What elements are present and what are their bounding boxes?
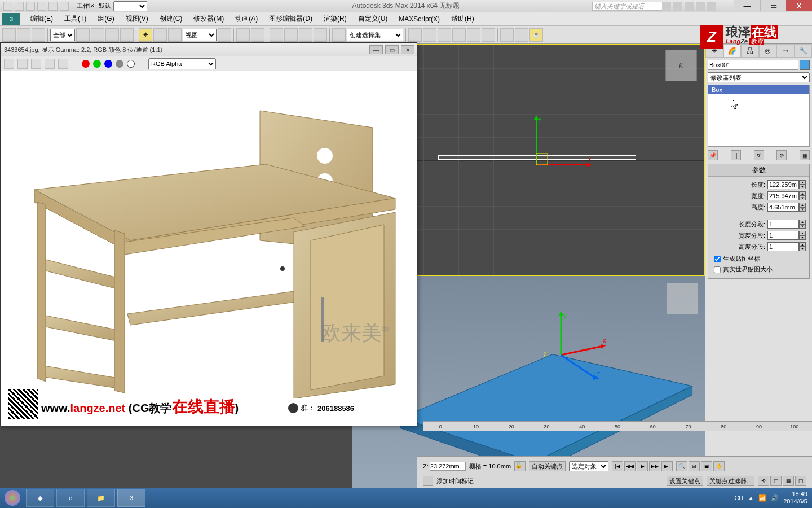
qat-new-icon[interactable] — [3, 2, 12, 11]
qat-open-icon[interactable] — [15, 2, 24, 11]
next-frame-icon[interactable]: ▶▶ — [649, 461, 660, 471]
viewcube-front[interactable]: 前 — [665, 50, 697, 81]
keymode-dropdown[interactable]: 选定对象 — [569, 461, 608, 471]
rfw-close-button[interactable]: ✕ — [401, 45, 414, 54]
spinner-down-icon[interactable]: ▼ — [799, 185, 806, 189]
menu-modifiers[interactable]: 修改器(M) — [188, 13, 230, 25]
script-icon[interactable] — [423, 476, 433, 486]
manip-icon[interactable] — [236, 28, 250, 42]
modifier-stack[interactable]: Box — [708, 85, 810, 147]
menu-animation[interactable]: 动画(A) — [230, 13, 263, 25]
menu-tools[interactable]: 工具(T) — [59, 13, 92, 25]
tray-network-icon[interactable]: 📶 — [758, 494, 766, 502]
rfw-maximize-button[interactable]: ▭ — [385, 45, 399, 54]
lseg-input[interactable] — [767, 220, 799, 229]
object-name-input[interactable] — [708, 60, 798, 70]
star-icon[interactable] — [673, 2, 682, 11]
exchange-icon[interactable] — [696, 2, 705, 11]
workspace-dropdown[interactable] — [113, 1, 147, 11]
pin-stack-icon[interactable]: 📌 — [708, 150, 718, 160]
app-menu-button[interactable]: 3 — [2, 13, 20, 25]
material-editor-icon[interactable] — [482, 28, 495, 42]
layer-icon[interactable] — [438, 28, 451, 42]
mirror-icon[interactable] — [408, 28, 422, 42]
gen-uv-checkbox[interactable] — [714, 256, 721, 262]
link-icon[interactable] — [2, 28, 16, 42]
make-unique-icon[interactable]: ∀ — [754, 150, 764, 160]
green-channel-icon[interactable] — [93, 60, 101, 68]
rfw-print-icon[interactable] — [45, 59, 55, 69]
nav-zoomall-icon[interactable]: ⊞ — [689, 461, 700, 471]
hseg-input[interactable] — [767, 242, 799, 251]
params-rollout-header[interactable]: 参数 — [708, 164, 809, 177]
qat-redo-icon[interactable] — [48, 2, 58, 11]
minimize-button[interactable]: — — [734, 0, 760, 11]
select-icon[interactable] — [76, 28, 90, 42]
setkey-button[interactable]: 设置关键点 — [667, 476, 703, 486]
taskbar-ie-icon[interactable]: e — [56, 489, 85, 507]
select-region-icon[interactable] — [105, 28, 119, 42]
bind-icon[interactable] — [32, 28, 45, 42]
percent-snap-icon[interactable] — [299, 28, 312, 42]
binoculars-icon[interactable] — [662, 2, 671, 11]
autokey-button[interactable]: 自动关键点 — [529, 461, 566, 471]
angle-snap-icon[interactable] — [284, 28, 298, 42]
maximize-button[interactable]: ▭ — [760, 0, 786, 11]
selection-filter-dropdown[interactable]: 全部 — [50, 29, 75, 41]
goto-start-icon[interactable]: |◀ — [612, 461, 623, 471]
rfw-copy-icon[interactable] — [17, 59, 28, 69]
blue-channel-icon[interactable] — [104, 60, 112, 68]
length-input[interactable] — [767, 180, 799, 189]
named-sel-icon[interactable] — [332, 28, 346, 42]
lock-icon[interactable]: 🔒 — [514, 461, 526, 471]
qat-save-icon[interactable] — [26, 2, 35, 11]
close-button[interactable]: X — [786, 0, 812, 11]
curve-editor-icon[interactable] — [452, 28, 466, 42]
nav-maximize-icon[interactable]: ◱ — [770, 476, 782, 486]
window-crossing-icon[interactable] — [120, 28, 134, 42]
ref-coord-dropdown[interactable]: 视图 — [183, 29, 217, 41]
render-icon[interactable]: ☕ — [529, 28, 543, 42]
wseg-input[interactable] — [767, 231, 799, 240]
menu-create[interactable]: 创建(C) — [154, 13, 188, 25]
alpha-channel-icon[interactable] — [116, 60, 123, 68]
menu-maxscript[interactable]: MAXScript(X) — [393, 13, 445, 25]
named-selset-dropdown[interactable]: 创建选择集 — [347, 29, 403, 41]
unlink-icon[interactable] — [17, 28, 30, 42]
rfw-image-area[interactable]: 欧来美® www.langze.net (CG教学在线直播) 群：2061885… — [1, 71, 417, 426]
menu-help[interactable]: 帮助(H) — [445, 13, 480, 25]
ime-indicator[interactable]: CH — [734, 494, 743, 501]
rfw-minimize-button[interactable]: — — [369, 45, 383, 54]
keyfilter-button[interactable]: 关键点过滤器... — [707, 476, 754, 486]
prev-frame-icon[interactable]: ◀◀ — [624, 461, 636, 471]
rotate-icon[interactable] — [153, 28, 167, 42]
taskbar-3dsmax-icon[interactable]: 3 — [117, 489, 145, 507]
menu-edit[interactable]: 编辑(E) — [25, 13, 59, 25]
tray-volume-icon[interactable]: 🔊 — [771, 494, 779, 502]
align-icon[interactable] — [423, 28, 436, 42]
tray-clock[interactable]: 18:49 2014/6/5 — [783, 491, 807, 505]
qat-undo-icon[interactable] — [37, 2, 46, 11]
spinner-up-icon[interactable]: ▲ — [799, 180, 806, 185]
schematic-icon[interactable] — [467, 28, 480, 42]
signin-icon[interactable] — [685, 2, 694, 11]
rfw-clone-icon[interactable] — [31, 59, 41, 69]
keyboard-icon[interactable] — [251, 28, 264, 42]
taskbar-explorer-icon[interactable]: 📁 — [87, 489, 115, 507]
height-input[interactable] — [767, 203, 799, 212]
menu-group[interactable]: 组(G) — [92, 13, 120, 25]
taskbar-app-1[interactable]: ◆ — [26, 489, 54, 507]
menu-rendering[interactable]: 渲染(R) — [318, 13, 352, 25]
render-frame-icon[interactable] — [515, 28, 528, 42]
mono-channel-icon[interactable] — [127, 60, 135, 68]
rfw-clear-icon[interactable] — [58, 59, 68, 69]
show-result-icon[interactable]: || — [731, 150, 741, 160]
rfw-titlebar[interactable]: 3433654.jpg, 显示 Gamma: 2.2, RGB 颜色 8 位/通… — [1, 43, 417, 56]
pivot-icon[interactable] — [218, 28, 231, 42]
spinner-snap-icon[interactable] — [314, 28, 327, 42]
rfw-channel-dropdown[interactable]: RGB Alpha — [148, 58, 216, 69]
nav-orbit-icon[interactable]: ⟲ — [758, 476, 769, 486]
realworld-checkbox[interactable] — [714, 266, 721, 273]
nav-fov-icon[interactable]: ▣ — [701, 461, 712, 471]
modifier-stack-item[interactable]: Box — [708, 85, 809, 94]
